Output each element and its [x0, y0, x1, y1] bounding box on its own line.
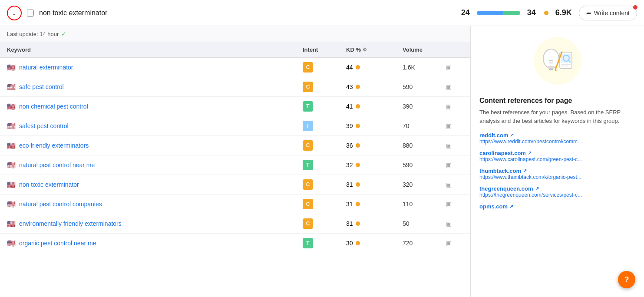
volume-cell: 70: [403, 122, 446, 129]
intent-badge: C: [303, 179, 313, 190]
keyword-link[interactable]: non chemical pest control: [19, 103, 88, 110]
flag-icon: 🇺🇸: [7, 102, 16, 111]
keyword-link[interactable]: natural pest control near me: [19, 162, 95, 168]
svg-rect-3: [549, 69, 553, 70]
kd-value: 36: [346, 142, 353, 149]
fab-button[interactable]: ?: [618, 271, 635, 288]
keyword-link[interactable]: eco friendly exterminators: [19, 142, 89, 149]
header-keyword: Keyword: [7, 46, 303, 53]
ref-url[interactable]: https://www.carolinapest.com/green-pest-…: [479, 156, 635, 162]
ref-domain[interactable]: thumbtack.com ↗: [479, 168, 635, 174]
kd-value: 30: [346, 240, 353, 247]
kd-dot: [356, 85, 360, 89]
copy-cell: ▣: [446, 162, 463, 168]
reference-item: carolinapest.com ↗ https://www.carolinap…: [479, 150, 635, 162]
copy-cell: ▣: [446, 201, 463, 208]
intent-cell: T: [303, 160, 346, 170]
ref-domain[interactable]: opms.com ↗: [479, 203, 635, 210]
notification-dot: [633, 5, 637, 10]
keyword-cell: 🇺🇸 natural pest control near me: [7, 161, 303, 169]
keyword-link[interactable]: safe pest control: [19, 83, 64, 90]
flag-icon: 🇺🇸: [7, 63, 16, 72]
copy-cell: ▣: [446, 122, 463, 129]
progress-bar: [477, 11, 520, 15]
copy-icon[interactable]: ▣: [446, 220, 452, 227]
copy-cell: ▣: [446, 103, 463, 110]
kd-dot: [356, 241, 360, 245]
kd-cell: 30: [346, 240, 403, 247]
ref-domain[interactable]: reddit.com ↗: [479, 132, 635, 139]
intent-badge: C: [303, 140, 313, 151]
kd-cell: 31: [346, 181, 403, 188]
keyword-table: 🇺🇸 natural exterminator C 44 1.6K ▣ 🇺🇸 s…: [0, 58, 470, 253]
copy-cell: ▣: [446, 64, 463, 71]
illustration: [479, 35, 635, 88]
checkbox-area: [27, 10, 34, 16]
reference-item: thumbtack.com ↗ https://www.thumbtack.co…: [479, 168, 635, 180]
copy-icon[interactable]: ▣: [446, 103, 452, 110]
copy-icon[interactable]: ▣: [446, 162, 452, 168]
keyword-link[interactable]: natural exterminator: [19, 64, 73, 71]
intent-badge: C: [303, 199, 313, 209]
write-content-button[interactable]: ➦ Write content: [579, 6, 637, 20]
copy-cell: ▣: [446, 83, 463, 90]
kd-cell: 43: [346, 83, 403, 90]
ref-url[interactable]: https://www.reddit.com/r/pestcontrol/com…: [479, 139, 635, 145]
score2: 34: [527, 8, 536, 17]
ref-url[interactable]: https://thegreenqueen.com/services/pest-…: [479, 192, 635, 198]
kd-cell: 39: [346, 122, 403, 129]
keyword-cell: 🇺🇸 organic pest control near me: [7, 239, 303, 248]
keyword-cell: 🇺🇸 environmentally friendly exterminator…: [7, 220, 303, 228]
chevron-down-icon: ⌄: [12, 10, 17, 16]
copy-icon[interactable]: ▣: [446, 122, 452, 129]
kd-cell: 32: [346, 162, 403, 168]
table-header: Keyword Intent KD % ⚙ Volume: [0, 42, 470, 58]
table-row: 🇺🇸 eco friendly exterminators C 36 880 ▣: [0, 136, 470, 155]
volume-cell: 720: [403, 240, 446, 247]
table-row: 🇺🇸 natural pest control near me T 32 590…: [0, 155, 470, 175]
filter-icon[interactable]: ⚙: [363, 47, 367, 53]
svg-rect-2: [548, 66, 554, 69]
ref-domain[interactable]: thegreenqueen.com ↗: [479, 185, 635, 192]
flag-icon: 🇺🇸: [7, 181, 16, 189]
references-list: reddit.com ↗ https://www.reddit.com/r/pe…: [479, 132, 635, 210]
volume-cell: 590: [403, 162, 446, 168]
keyword-link[interactable]: organic pest control near me: [19, 240, 96, 247]
copy-icon[interactable]: ▣: [446, 142, 452, 149]
ref-url[interactable]: https://www.thumbtack.com/k/organic-pest…: [479, 174, 635, 180]
main-container: Last update: 14 hour ✓ Keyword Intent KD…: [0, 26, 644, 297]
external-link-icon: ↗: [509, 204, 513, 209]
keyword-link[interactable]: environmentally friendly exterminators: [19, 220, 122, 227]
table-row: 🇺🇸 non toxic exterminator C 31 320 ▣: [0, 175, 470, 195]
keyword-link[interactable]: natural pest control companies: [19, 201, 102, 208]
collapse-button[interactable]: ⌄: [7, 6, 22, 20]
copy-cell: ▣: [446, 142, 463, 149]
kd-dot: [356, 104, 360, 109]
keyword-link[interactable]: non toxic exterminator: [19, 181, 79, 188]
ref-domain[interactable]: carolinapest.com ↗: [479, 150, 635, 156]
flag-icon: 🇺🇸: [7, 142, 16, 150]
keyword-link[interactable]: safest pest control: [19, 122, 69, 129]
copy-icon[interactable]: ▣: [446, 201, 452, 208]
kd-value: 31: [346, 181, 353, 188]
reference-item: thegreenqueen.com ↗ https://thegreenquee…: [479, 185, 635, 198]
header-intent: Intent: [303, 46, 346, 53]
kd-value: 31: [346, 201, 353, 208]
row-checkbox[interactable]: [27, 10, 34, 16]
copy-icon[interactable]: ▣: [446, 181, 452, 188]
table-row: 🇺🇸 safe pest control C 43 590 ▣: [0, 77, 470, 97]
volume-cell: 880: [403, 142, 446, 149]
flag-icon: 🇺🇸: [7, 122, 16, 130]
intent-badge: T: [303, 238, 313, 248]
content-refs-desc: The best references for your pages. Base…: [479, 108, 635, 125]
volume-cell: 1.6K: [403, 64, 446, 71]
intent-cell: C: [303, 179, 346, 190]
copy-icon[interactable]: ▣: [446, 240, 452, 247]
checkmark-icon: ✓: [61, 30, 66, 37]
volume-value: 6.9K: [555, 8, 572, 17]
copy-icon[interactable]: ▣: [446, 83, 452, 90]
flag-icon: 🇺🇸: [7, 200, 16, 208]
volume-cell: 390: [403, 103, 446, 110]
intent-badge: T: [303, 101, 313, 112]
copy-icon[interactable]: ▣: [446, 64, 452, 71]
